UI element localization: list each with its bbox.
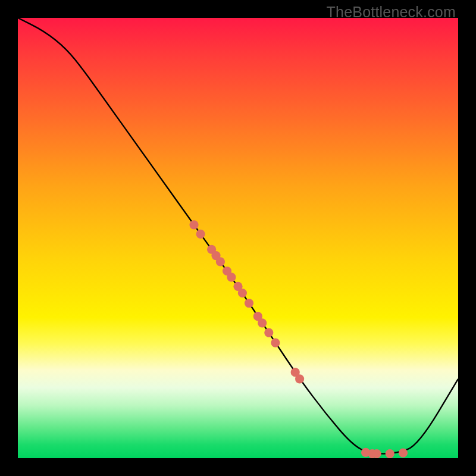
data-marker xyxy=(264,328,273,337)
data-marker xyxy=(227,273,236,281)
data-marker xyxy=(372,449,381,458)
data-marker xyxy=(271,339,280,347)
data-marker xyxy=(295,374,304,383)
data-marker xyxy=(238,289,247,298)
chart-plot-area xyxy=(18,18,458,458)
data-marker xyxy=(189,220,198,229)
watermark-text: TheBottleneck.com xyxy=(327,4,456,21)
data-marker xyxy=(245,299,253,308)
data-marker xyxy=(258,318,267,327)
data-marker xyxy=(196,230,205,239)
chart-svg xyxy=(18,18,458,458)
data-marker xyxy=(386,449,394,458)
bottleneck-curve xyxy=(18,18,458,454)
data-marker xyxy=(216,257,225,266)
data-marker xyxy=(399,449,408,458)
data-markers xyxy=(189,220,408,458)
